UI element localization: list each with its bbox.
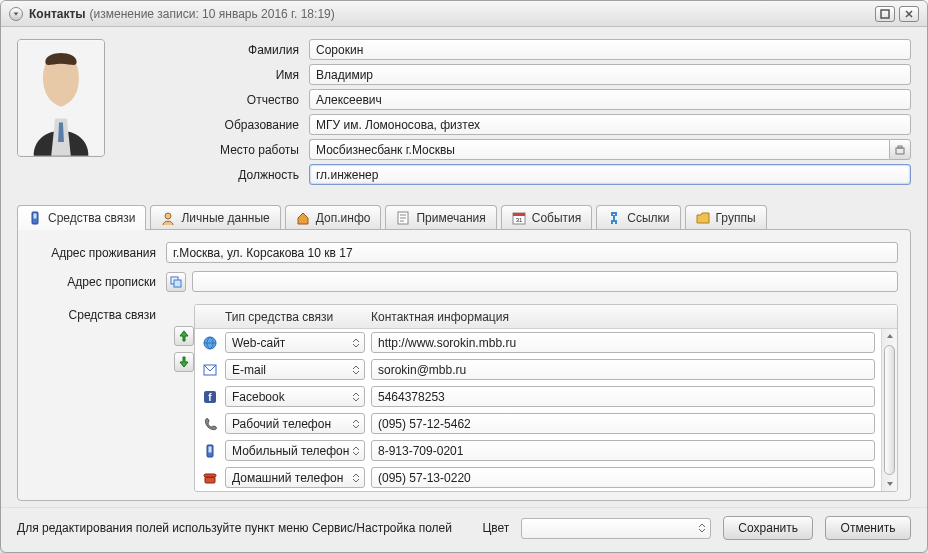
svg-rect-14 bbox=[613, 215, 615, 221]
link-icon bbox=[607, 211, 621, 225]
window-title: Контакты bbox=[29, 7, 86, 21]
svg-rect-22 bbox=[209, 446, 212, 452]
svg-rect-23 bbox=[205, 477, 215, 483]
scrollbar-thumb[interactable] bbox=[884, 345, 895, 475]
facebook-icon: f bbox=[201, 390, 219, 404]
tab-label: Доп.инфо bbox=[316, 211, 371, 225]
comm-type-select[interactable]: Web-сайт bbox=[225, 332, 365, 353]
svg-text:31: 31 bbox=[515, 217, 522, 223]
col-type: Тип средства связи bbox=[225, 310, 371, 324]
svg-point-6 bbox=[165, 213, 171, 219]
svg-rect-0 bbox=[881, 10, 889, 18]
calendar-icon: 31 bbox=[512, 211, 526, 225]
titlebar: Контакты (изменение записи: 10 январь 20… bbox=[1, 1, 927, 27]
tab-notes[interactable]: Примечания bbox=[385, 205, 496, 229]
svg-rect-16 bbox=[174, 280, 181, 287]
table-header: Тип средства связи Контактная информация bbox=[195, 305, 897, 329]
tab-personal[interactable]: Личные данные bbox=[150, 205, 280, 229]
patronymic-input[interactable] bbox=[309, 89, 911, 110]
table-row: Web-сайт bbox=[195, 329, 881, 356]
address-live-label: Адрес проживания bbox=[30, 246, 166, 260]
phone-icon bbox=[201, 417, 219, 431]
surname-label: Фамилия bbox=[129, 43, 309, 57]
comms-table: Тип средства связи Контактная информация… bbox=[194, 304, 898, 492]
svg-rect-5 bbox=[34, 213, 37, 218]
table-row: E-mail bbox=[195, 356, 881, 383]
education-input[interactable] bbox=[309, 114, 911, 135]
envelope-icon bbox=[201, 364, 219, 376]
svg-rect-12 bbox=[513, 213, 525, 216]
comm-value-input[interactable] bbox=[371, 386, 875, 407]
name-label: Имя bbox=[129, 68, 309, 82]
comms-section-label: Средства связи bbox=[30, 304, 166, 492]
address-reg-input[interactable] bbox=[192, 271, 898, 292]
surname-input[interactable] bbox=[309, 39, 911, 60]
maximize-button[interactable] bbox=[875, 6, 895, 22]
tab-label: Ссылки bbox=[627, 211, 669, 225]
person-icon bbox=[161, 211, 175, 225]
table-row: Рабочий телефон bbox=[195, 410, 881, 437]
avatar[interactable] bbox=[17, 39, 105, 157]
table-row: f Facebook bbox=[195, 383, 881, 410]
table-row: Мобильный телефон bbox=[195, 437, 881, 464]
workplace-lookup-button[interactable] bbox=[889, 139, 911, 160]
comm-type-select[interactable]: E-mail bbox=[225, 359, 365, 380]
col-info: Контактная информация bbox=[371, 310, 897, 324]
tab-events[interactable]: 31События bbox=[501, 205, 593, 229]
svg-rect-3 bbox=[898, 146, 902, 148]
tabbar: Средства связи Личные данные Доп.инфо Пр… bbox=[17, 205, 911, 229]
tab-panel-comms: Адрес проживания Адрес прописки Средства… bbox=[17, 229, 911, 501]
comm-type-select[interactable]: Facebook bbox=[225, 386, 365, 407]
move-up-button[interactable] bbox=[174, 326, 194, 346]
address-reg-label: Адрес прописки bbox=[30, 275, 166, 289]
folder-icon bbox=[696, 211, 710, 225]
comm-type-select[interactable]: Мобильный телефон bbox=[225, 440, 365, 461]
tab-addinfo[interactable]: Доп.инфо bbox=[285, 205, 382, 229]
color-select[interactable] bbox=[521, 518, 711, 539]
comm-value-input[interactable] bbox=[371, 413, 875, 434]
footer: Для редактирования полей используйте пун… bbox=[1, 507, 927, 552]
cancel-button[interactable]: Отменить bbox=[825, 516, 911, 540]
education-label: Образование bbox=[129, 118, 309, 132]
name-input[interactable] bbox=[309, 64, 911, 85]
comm-value-input[interactable] bbox=[371, 467, 875, 488]
position-input[interactable] bbox=[309, 164, 911, 185]
tab-label: Группы bbox=[716, 211, 756, 225]
window-subtitle: (изменение записи: 10 январь 2016 г. 18:… bbox=[90, 7, 335, 21]
comm-value-input[interactable] bbox=[371, 332, 875, 353]
globe-icon bbox=[201, 336, 219, 350]
tab-groups[interactable]: Группы bbox=[685, 205, 767, 229]
tab-label: Примечания bbox=[416, 211, 485, 225]
contact-window: Контакты (изменение записи: 10 январь 20… bbox=[0, 0, 928, 553]
copy-address-button[interactable] bbox=[166, 272, 186, 292]
save-button[interactable]: Сохранить bbox=[723, 516, 813, 540]
comm-value-input[interactable] bbox=[371, 440, 875, 461]
mobile-icon bbox=[201, 444, 219, 458]
tab-label: Средства связи bbox=[48, 211, 135, 225]
svg-rect-24 bbox=[204, 474, 216, 477]
tab-links[interactable]: Ссылки bbox=[596, 205, 680, 229]
color-label: Цвет bbox=[482, 521, 509, 535]
table-scrollbar[interactable] bbox=[881, 329, 897, 491]
comm-type-select[interactable]: Рабочий телефон bbox=[225, 413, 365, 434]
workplace-label: Место работы bbox=[129, 143, 309, 157]
tab-comms[interactable]: Средства связи bbox=[17, 205, 146, 229]
comm-type-select[interactable]: Домашний телефон bbox=[225, 467, 365, 488]
close-button[interactable] bbox=[899, 6, 919, 22]
workplace-input[interactable] bbox=[309, 139, 889, 160]
footer-hint: Для редактирования полей используйте пун… bbox=[17, 521, 452, 535]
address-live-input[interactable] bbox=[166, 242, 898, 263]
table-row: Домашний телефон bbox=[195, 464, 881, 491]
window-menu-icon[interactable] bbox=[9, 7, 23, 21]
scroll-down-icon[interactable] bbox=[882, 477, 897, 491]
position-label: Должность bbox=[129, 168, 309, 182]
home-phone-icon bbox=[201, 471, 219, 485]
note-icon bbox=[396, 211, 410, 225]
home-icon bbox=[296, 211, 310, 225]
svg-rect-2 bbox=[896, 148, 904, 154]
scroll-up-icon[interactable] bbox=[882, 329, 897, 343]
tab-label: Личные данные bbox=[181, 211, 269, 225]
patronymic-label: Отчество bbox=[129, 93, 309, 107]
comm-value-input[interactable] bbox=[371, 359, 875, 380]
move-down-button[interactable] bbox=[174, 352, 194, 372]
